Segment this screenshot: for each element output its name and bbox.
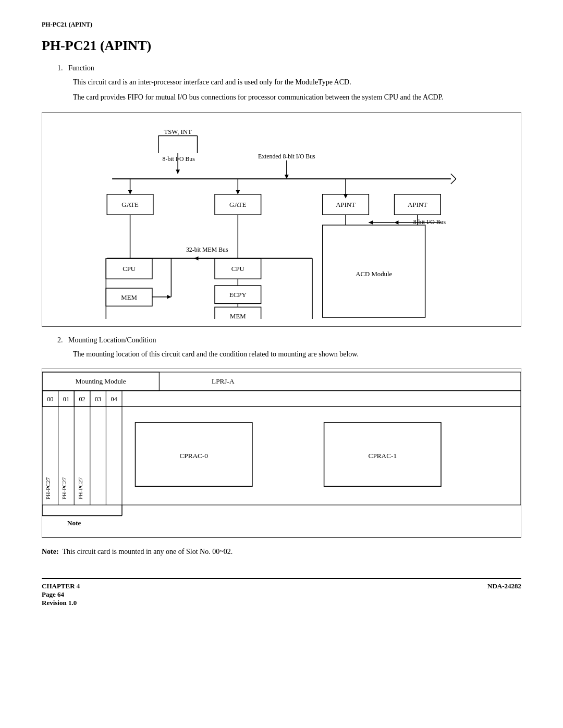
svg-marker-20 bbox=[369, 220, 373, 225]
mem1-label: MEM bbox=[121, 294, 137, 301]
mounting-svg: Mounting Module LPRJ-A 00 01 02 03 04 bbox=[42, 368, 521, 535]
8bit-io-bus-right-label: 8-bit I/O Bus bbox=[413, 218, 446, 226]
note-line: Note: This circuit card is mounted in an… bbox=[42, 546, 521, 557]
section-1-number: 1. Function bbox=[42, 64, 521, 72]
svg-marker-11 bbox=[128, 190, 132, 194]
svg-line-9 bbox=[451, 179, 456, 184]
note-text: This circuit card is mounted in any one … bbox=[62, 548, 232, 556]
svg-marker-18 bbox=[395, 220, 399, 225]
footer-revision: Revision 1.0 bbox=[42, 599, 80, 607]
lprja-header: LPRJ-A bbox=[212, 377, 235, 385]
svg-rect-46 bbox=[42, 406, 521, 505]
card-slot01: PH-PC27 bbox=[61, 477, 67, 499]
apint2-label: APINT bbox=[408, 201, 427, 208]
page: PH-PC21 (APINT) PH-PC21 (APINT) 1. Funct… bbox=[0, 0, 563, 728]
svg-line-8 bbox=[451, 174, 456, 179]
gate2-label: GATE bbox=[229, 201, 247, 208]
slot-02: 02 bbox=[79, 396, 85, 403]
section-1-para2: The card provides FIFO for mutual I/O bu… bbox=[42, 92, 521, 103]
extended-8bit-label: Extended 8-bit I/O Bus bbox=[258, 153, 315, 160]
mem2-label: MEM bbox=[230, 313, 246, 319]
slot-00: 00 bbox=[47, 396, 53, 403]
footer-doc: NDA-24282 bbox=[487, 582, 521, 590]
cpu1-label: CPU bbox=[123, 265, 136, 273]
footer: CHAPTER 4 Page 64 Revision 1.0 NDA-24282 bbox=[42, 578, 521, 607]
slot-01: 01 bbox=[63, 396, 69, 403]
footer-page: Page 64 bbox=[42, 590, 80, 599]
header-label: PH-PC21 (APINT) bbox=[42, 21, 521, 29]
8bit-io-bus-left-label: 8-bit I/O Bus bbox=[163, 155, 195, 163]
mounting-module-header: Mounting Module bbox=[76, 377, 126, 385]
note-bold: Note: bbox=[42, 548, 59, 556]
footer-chapter: CHAPTER 4 bbox=[42, 582, 80, 590]
32bit-mem-bus-label: 32-bit MEM Bus bbox=[186, 246, 228, 253]
card-slot02: PH-PC27 bbox=[77, 477, 83, 499]
diagram-svg: TSW, INT 8-bit I/O Bus Extended 8-bit I/… bbox=[51, 121, 512, 319]
section-1-para1: This circuit card is an inter-processor … bbox=[42, 77, 521, 88]
svg-marker-13 bbox=[236, 190, 240, 194]
svg-marker-4 bbox=[176, 170, 180, 174]
acd-module-label: ACD Module bbox=[356, 270, 392, 278]
cpu2-label: CPU bbox=[231, 265, 244, 273]
page-title: PH-PC21 (APINT) bbox=[42, 38, 521, 54]
slot-04: 04 bbox=[111, 396, 117, 403]
slot-03: 03 bbox=[95, 396, 101, 403]
cprac1-label: CPRAC-1 bbox=[369, 452, 397, 460]
apint1-label: APINT bbox=[336, 201, 356, 208]
note-label-diagram: Note bbox=[67, 519, 81, 527]
system-diagram: TSW, INT 8-bit I/O Bus Extended 8-bit I/… bbox=[42, 112, 521, 327]
footer-right: NDA-24282 bbox=[487, 582, 521, 607]
mounting-table: Mounting Module LPRJ-A 00 01 02 03 04 bbox=[42, 368, 521, 538]
section-2: 2. Mounting Location/Condition The mount… bbox=[42, 336, 521, 360]
ecpy-label: ECPY bbox=[229, 291, 247, 299]
section-1: 1. Function This circuit card is an inte… bbox=[42, 64, 521, 103]
svg-marker-25 bbox=[194, 256, 199, 261]
gate1-label: GATE bbox=[121, 201, 139, 208]
tsw-int-label: TSW, INT bbox=[164, 128, 192, 135]
svg-marker-27 bbox=[167, 295, 171, 299]
svg-marker-15 bbox=[344, 194, 348, 199]
section-2-number: 2. Mounting Location/Condition bbox=[42, 336, 521, 344]
section-2-para1: The mounting location of this circuit ca… bbox=[42, 349, 521, 360]
footer-left: CHAPTER 4 Page 64 Revision 1.0 bbox=[42, 582, 80, 607]
cprac0-label: CPRAC-0 bbox=[179, 452, 208, 460]
svg-marker-6 bbox=[285, 175, 289, 179]
card-slot00: PH-PC27 bbox=[45, 477, 51, 499]
